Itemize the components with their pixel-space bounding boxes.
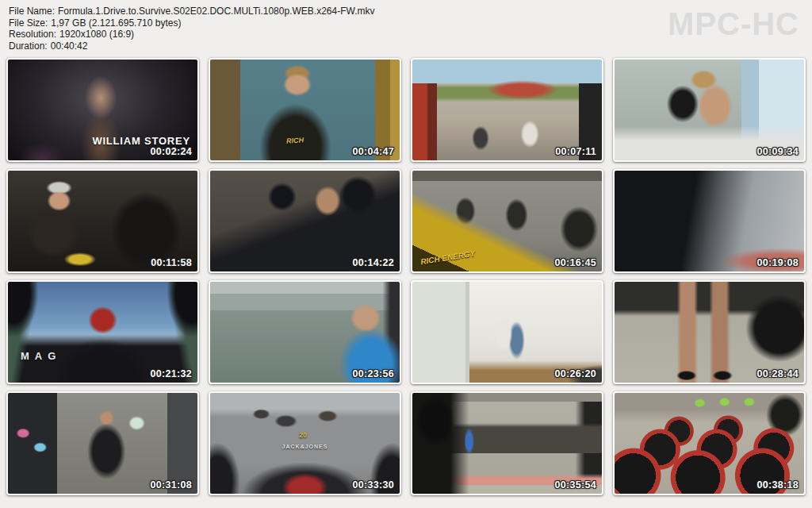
video-thumbnail-15: 00:35:54 — [411, 391, 603, 495]
video-thumbnail-3: 00:07:11 — [411, 58, 603, 162]
video-thumbnail-9: MAG 00:21:32 — [6, 280, 199, 384]
timestamp-overlay: 00:23:56 — [353, 368, 394, 379]
video-thumbnail-1: WILLIAM STOREY 00:02:24 — [6, 58, 199, 162]
duration-label: Duration: — [9, 40, 48, 52]
file-size-value: 1,97 GB (2.121.695.710 bytes) — [51, 17, 181, 29]
video-thumbnail-5: 00:11:58 — [6, 169, 199, 273]
thumbnail-grid: WILLIAM STOREY 00:02:24 RICH 00:04:47 00… — [6, 58, 806, 495]
video-thumbnail-2: RICH 00:04:47 — [209, 58, 401, 162]
video-thumbnail-14: 20 JACK&JONES 00:33:30 — [209, 391, 401, 495]
resolution-label: Resolution: — [9, 29, 56, 40]
timestamp-overlay: 00:21:32 — [151, 368, 192, 379]
in-video-text: MAG — [21, 350, 61, 362]
duration-value: 00:40:42 — [51, 40, 88, 52]
timestamp-overlay: 00:14:22 — [353, 257, 394, 268]
video-thumbnail-8: 00:19:08 — [613, 169, 806, 273]
duration-line: Duration:00:40:42 — [9, 40, 374, 52]
timestamp-overlay: 00:31:08 — [151, 479, 192, 491]
file-info-block: File Name:Formula.1.Drive.to.Survive.S02… — [9, 6, 374, 52]
timestamp-overlay: 00:09:34 — [757, 146, 799, 157]
file-size-label: File Size: — [9, 17, 48, 29]
timestamp-overlay: 00:38:18 — [757, 479, 799, 491]
timestamp-overlay: 00:19:08 — [757, 257, 799, 268]
video-thumbnail-6: 00:14:22 — [209, 169, 401, 273]
timestamp-overlay: 00:28:44 — [757, 368, 799, 379]
timestamp-overlay: 00:33:30 — [353, 479, 394, 491]
timestamp-overlay: 00:11:58 — [151, 257, 192, 268]
file-name-line: File Name:Formula.1.Drive.to.Survive.S02… — [9, 6, 374, 17]
timestamp-overlay: 00:02:24 — [151, 146, 192, 157]
mpc-hc-logo: MPC-HC — [668, 6, 799, 42]
video-thumbnail-4: 00:09:34 — [613, 58, 806, 162]
resolution-value: 1920x1080 (16:9) — [59, 29, 134, 40]
resolution-line: Resolution:1920x1080 (16:9) — [9, 29, 374, 40]
video-thumbnail-13: 00:31:08 — [6, 391, 199, 495]
file-name-label: File Name: — [9, 6, 55, 17]
in-video-text: JACK&JONES — [282, 444, 328, 449]
in-video-text: RICH — [285, 136, 304, 145]
lower-third-caption: WILLIAM STOREY — [92, 135, 190, 147]
file-name-value: Formula.1.Drive.to.Survive.S02E02.DOC.MU… — [58, 6, 374, 17]
timestamp-overlay: 00:07:11 — [555, 146, 596, 157]
in-video-text: RICH ENERGY — [420, 249, 476, 267]
timestamp-overlay: 00:26:20 — [555, 368, 596, 379]
timestamp-overlay: 00:16:45 — [555, 257, 596, 268]
video-thumbnail-7: RICH ENERGY 00:16:45 — [411, 169, 603, 273]
file-size-line: File Size:1,97 GB (2.121.695.710 bytes) — [9, 17, 374, 29]
video-thumbnail-11: 00:26:20 — [411, 280, 603, 384]
video-thumbnail-16: 00:38:18 — [613, 391, 806, 495]
in-video-number: 20 — [299, 431, 307, 439]
timestamp-overlay: 00:04:47 — [353, 146, 394, 157]
video-thumbnail-10: 00:23:56 — [209, 280, 401, 384]
video-thumbnail-12: 00:28:44 — [613, 280, 806, 384]
timestamp-overlay: 00:35:54 — [555, 479, 596, 491]
